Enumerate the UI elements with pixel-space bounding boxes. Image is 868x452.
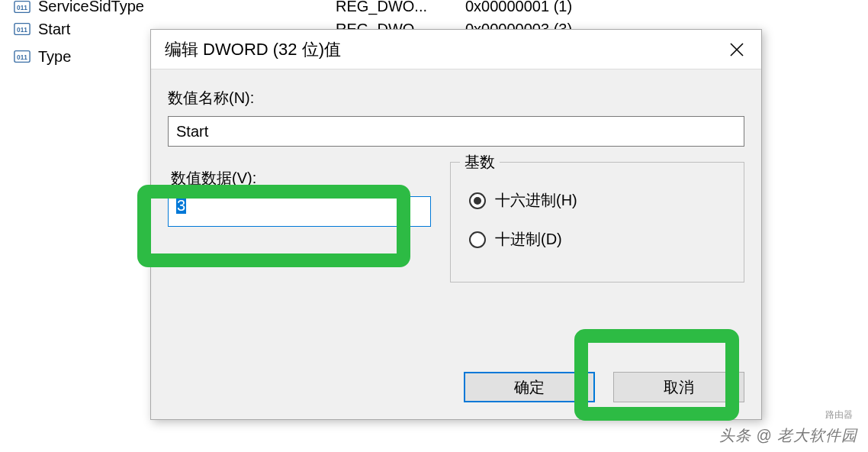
svg-text:011: 011 bbox=[17, 27, 27, 34]
value-data-input[interactable]: 3 bbox=[168, 196, 431, 227]
radio-hexadecimal[interactable]: 十六进制(H) bbox=[469, 190, 744, 211]
radio-dec-label: 十进制(D) bbox=[495, 229, 562, 250]
dialog-body: 数值名称(N): 数值数据(V): 3 基数 十六进制(H) 十进制(D) bbox=[151, 69, 761, 321]
watermark-small: 路由器 bbox=[825, 408, 853, 421]
base-legend: 基数 bbox=[460, 152, 500, 173]
radio-icon bbox=[469, 192, 486, 209]
reg-type: REG_DWO... bbox=[336, 0, 465, 15]
ok-button[interactable]: 确定 bbox=[464, 372, 595, 402]
dword-icon: 011 bbox=[14, 21, 31, 37]
value-data-label: 数值数据(V): bbox=[171, 168, 431, 189]
watermark: 头条 @ 老大软件园 bbox=[719, 425, 857, 446]
svg-text:011: 011 bbox=[17, 54, 27, 61]
dword-icon: 011 bbox=[14, 48, 31, 65]
registry-row[interactable]: 011 ServiceSidType REG_DWO... 0x00000001… bbox=[0, 0, 868, 15]
close-icon[interactable] bbox=[722, 34, 752, 65]
reg-name: Type bbox=[38, 48, 71, 66]
edit-dword-dialog: 编辑 DWORD (32 位)值 数值名称(N): 数值数据(V): 3 基数 … bbox=[150, 29, 762, 420]
radio-hex-label: 十六进制(H) bbox=[495, 190, 577, 211]
base-groupbox: 基数 十六进制(H) 十进制(D) bbox=[450, 162, 744, 282]
svg-text:011: 011 bbox=[17, 4, 27, 11]
reg-name: ServiceSidType bbox=[38, 0, 144, 15]
dialog-title: 编辑 DWORD (32 位)值 bbox=[165, 38, 341, 61]
radio-icon bbox=[469, 231, 486, 248]
value-name-input[interactable] bbox=[168, 116, 744, 147]
dialog-button-row: 确定 取消 bbox=[464, 372, 744, 402]
dialog-titlebar[interactable]: 编辑 DWORD (32 位)值 bbox=[151, 30, 761, 69]
reg-data: 0x00000001 (1) bbox=[465, 0, 868, 15]
dword-icon: 011 bbox=[14, 0, 31, 15]
value-name-label: 数值名称(N): bbox=[168, 88, 744, 108]
reg-name: Start bbox=[38, 21, 70, 38]
radio-decimal[interactable]: 十进制(D) bbox=[469, 229, 744, 250]
cancel-button[interactable]: 取消 bbox=[613, 372, 744, 402]
